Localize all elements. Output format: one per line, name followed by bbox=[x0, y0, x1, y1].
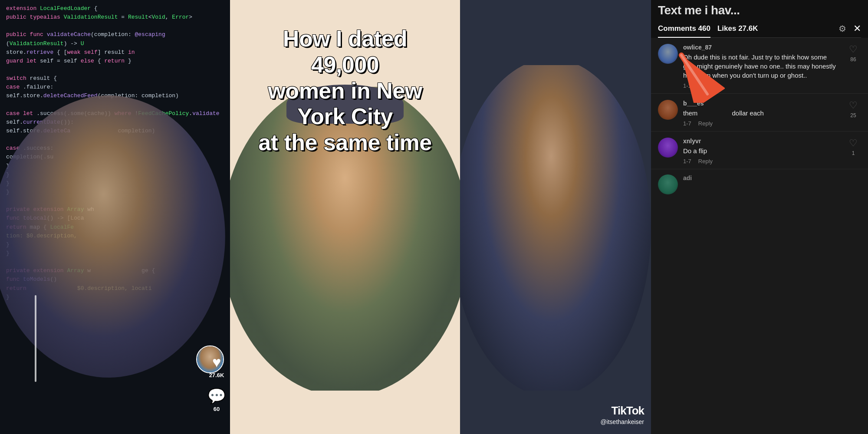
reply-button[interactable]: Reply bbox=[701, 82, 716, 89]
comment-text: Do a flip bbox=[683, 146, 840, 155]
like-heart-icon[interactable]: ♡ bbox=[849, 100, 858, 111]
code-line: extension LocalFeedLoader { bbox=[6, 4, 224, 13]
comment-text: them dollar each bbox=[683, 108, 840, 118]
close-button[interactable]: ✕ bbox=[853, 23, 861, 34]
tab-likes[interactable]: Likes 27.6K bbox=[717, 20, 765, 37]
comment-icon[interactable]: 💬 bbox=[207, 387, 226, 404]
comment-item: owlice_87 Oh dude this is not fair. Just… bbox=[651, 38, 868, 94]
tab-bar: Comments 460 Likes 27.6K ⚙ ✕ bbox=[658, 20, 861, 38]
like-count: 86 bbox=[850, 56, 856, 62]
code-line: switch result { bbox=[6, 74, 224, 83]
comment-avatar bbox=[658, 100, 678, 120]
person-silhouette-right bbox=[460, 65, 651, 391]
side-icons: ♥ 27.6K 💬 60 bbox=[207, 354, 226, 412]
like-heart-icon[interactable]: ♡ bbox=[849, 138, 858, 149]
heart-icon[interactable]: ♥ bbox=[212, 354, 221, 371]
comment-username: owlice_87 bbox=[683, 44, 840, 51]
top-partial-text: Text me i hav... bbox=[658, 3, 861, 20]
center-text-area: How I dated 49,000 women in New York Cit… bbox=[230, 26, 460, 156]
comment-item: adi bbox=[651, 169, 868, 198]
tab-comments[interactable]: Comments 460 bbox=[658, 20, 717, 37]
like-icon-item[interactable]: ♥ 27.6K bbox=[209, 354, 224, 378]
comment-meta: 1-7 Reply bbox=[683, 120, 840, 127]
comments-panel: Text me i hav... Comments 460 Likes 27.6… bbox=[651, 0, 868, 434]
comment-body: adi bbox=[683, 174, 861, 194]
comment-meta: 1-7 Reply bbox=[683, 158, 840, 164]
filter-icon[interactable]: ⚙ bbox=[838, 23, 846, 34]
like-heart-icon[interactable]: ♡ bbox=[849, 44, 858, 55]
comment-avatar bbox=[658, 174, 678, 194]
comment-body: xnlyvr Do a flip 1-7 Reply bbox=[683, 138, 840, 164]
comment-body: owlice_87 Oh dude this is not fair. Just… bbox=[683, 44, 840, 89]
comment-body: b___es them dollar each 1-7 Reply bbox=[683, 100, 840, 127]
code-line: guard let self = self else { return } bbox=[6, 57, 224, 66]
tiktok-handle: @itsethankeiser bbox=[600, 418, 644, 425]
reply-button[interactable]: Reply bbox=[698, 120, 713, 127]
tiktok-logo: TikTok bbox=[612, 404, 644, 418]
comment-item: b___es them dollar each 1-7 Reply ♡ 25 bbox=[651, 94, 868, 132]
comment-like-col: ♡ 1 bbox=[845, 138, 861, 164]
comment-username: b___es bbox=[683, 100, 840, 107]
reply-button[interactable]: Reply bbox=[698, 158, 713, 164]
comment-item: xnlyvr Do a flip 1-7 Reply ♡ 1 bbox=[651, 132, 868, 169]
right-video: TikTok @itsethankeiser bbox=[460, 0, 651, 434]
comment-icon-item[interactable]: 💬 60 bbox=[207, 387, 226, 412]
earphones-left bbox=[35, 295, 36, 382]
comment-like-col: ♡ 25 bbox=[845, 100, 861, 127]
comment-text: Oh dude this is not fair. Just try to th… bbox=[683, 53, 840, 80]
viral-caption: How I dated 49,000 women in New York Cit… bbox=[247, 26, 443, 156]
comments-header-area: Text me i hav... Comments 460 Likes 27.6… bbox=[651, 0, 868, 38]
like-count: 25 bbox=[850, 112, 856, 118]
code-line: store.retrieve { [weak self] result in bbox=[6, 48, 224, 57]
header-icons: ⚙ ✕ bbox=[838, 23, 861, 34]
comments-list[interactable]: owlice_87 Oh dude this is not fair. Just… bbox=[651, 38, 868, 434]
comment-timestamp: 1-7 bbox=[683, 158, 691, 164]
comment-username: xnlyvr bbox=[683, 138, 840, 145]
left-panel: extension LocalFeedLoader { public typea… bbox=[0, 0, 230, 434]
comments-count: 60 bbox=[214, 406, 220, 412]
comment-username: adi bbox=[683, 174, 861, 181]
center-panel: How I dated 49,000 women in New York Cit… bbox=[230, 0, 460, 434]
comment-meta: 1-10 Reply bbox=[683, 82, 840, 89]
comment-like-col: ♡ 86 bbox=[845, 44, 861, 89]
comment-timestamp: 1-10 bbox=[683, 82, 694, 89]
comment-avatar bbox=[658, 44, 678, 64]
code-line: public func validateCache(completion: @e… bbox=[6, 30, 224, 48]
likes-count: 27.6K bbox=[209, 372, 224, 378]
right-panel: TikTok @itsethankeiser Text me i hav... … bbox=[460, 0, 868, 434]
comment-timestamp: 1-7 bbox=[683, 120, 691, 127]
like-count: 1 bbox=[852, 150, 855, 156]
comment-avatar bbox=[658, 138, 678, 158]
tiktok-watermark: TikTok @itsethankeiser bbox=[600, 404, 644, 425]
code-line: case .failure: bbox=[6, 83, 224, 92]
code-line: public typealias ValidationResult = Resu… bbox=[6, 13, 224, 22]
